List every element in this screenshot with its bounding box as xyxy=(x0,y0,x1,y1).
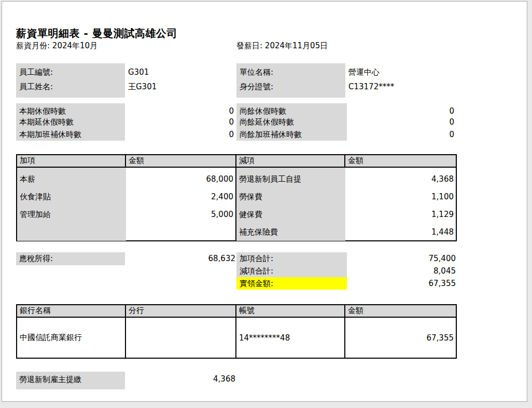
addition-label: 管理加給 xyxy=(17,206,126,223)
addition-label: 本薪 xyxy=(17,170,126,188)
bank-name-cell: 中國信託商業銀行 xyxy=(17,318,126,358)
bank-table-row: 中國信託商業銀行 14********48 67,355 xyxy=(17,318,456,358)
pay-table: 加項 金額 減項 金額 本薪 伙食津貼 管理加給 68,000 2,400 5,… xyxy=(16,154,457,241)
addition-amount: 68,000 xyxy=(126,170,235,188)
bank-table: 銀行名稱 分行 帳號 金額 中國信託商業銀行 14********48 67,3… xyxy=(16,304,457,359)
pay-table-header: 加項 金額 減項 金額 xyxy=(17,155,456,168)
employee-labels-left: 員工編號: 員工姓名: xyxy=(16,63,125,98)
salary-month-value: 2024年10月 xyxy=(52,41,97,50)
leave-value: 0 xyxy=(347,116,455,128)
leave-label: 尚餘加班補休時數 xyxy=(236,128,347,141)
pay-date-value: 2024年11月05日 xyxy=(265,41,328,50)
deductions-total-value: 8,045 xyxy=(347,265,457,277)
id-label: 身分證號: xyxy=(240,79,345,94)
deduction-amount: 1,100 xyxy=(345,188,456,206)
leave-value: 0 xyxy=(347,128,455,141)
bank-header-amount: 金額 xyxy=(345,305,456,317)
addition-amount: 2,400 xyxy=(126,188,235,206)
totals-block: 加項合計:75,400 減項合計:8,045 實領金額:67,355 xyxy=(236,252,457,290)
bank-header-branch: 分行 xyxy=(126,305,236,317)
leave-group-right: 尚餘休假時數0 尚餘延休假時數0 尚餘加班補休時數0 xyxy=(236,103,455,141)
deduction-label: 補充保險費 xyxy=(236,223,345,241)
deductions-labels-column: 勞退新制員工自提 勞保費 健保費 補充保險費 xyxy=(236,168,345,241)
unit-value: 營運中心 xyxy=(348,65,394,79)
additions-labels-column: 本薪 伙食津貼 管理加給 xyxy=(17,168,126,241)
employee-labels-right: 單位名稱: 身分證號: xyxy=(236,63,345,98)
addition-amount: 5,000 xyxy=(126,206,235,223)
emp-no-label: 員工編號: xyxy=(19,65,125,79)
leave-label: 尚餘休假時數 xyxy=(236,103,347,117)
bank-account-cell: 14********48 xyxy=(236,318,345,358)
employer-pension-label: 勞退新制雇主提繳 xyxy=(16,372,125,389)
taxable-income-value: 68,632 xyxy=(125,252,236,265)
employer-pension-value: 4,368 xyxy=(125,372,236,384)
addition-amount xyxy=(126,223,235,241)
leave-group-left: 本期休假時數0 本期延休假時數0 本期加班補休時數0 xyxy=(16,103,235,141)
deduction-amount: 1,129 xyxy=(345,206,456,223)
employee-values-left: G301 王G301 xyxy=(128,63,157,94)
page-title: 薪資單明細表 - 曼曼測試高雄公司 xyxy=(16,26,177,40)
pay-table-body: 本薪 伙食津貼 管理加給 68,000 2,400 5,000 勞退新制員工自提… xyxy=(17,168,456,240)
leave-value: 0 xyxy=(125,103,235,116)
leave-value: 0 xyxy=(125,128,235,141)
additions-total-label: 加項合計: xyxy=(236,252,347,265)
bank-branch-cell xyxy=(126,318,236,358)
deductions-total-label: 減項合計: xyxy=(236,265,347,277)
addition-label: 伙食津貼 xyxy=(17,188,126,206)
deduction-amount: 4,368 xyxy=(345,170,456,188)
net-pay-value: 67,355 xyxy=(347,277,457,290)
taxable-income-label: 應稅所得: xyxy=(16,252,125,265)
leave-label: 本期加班補休時數 xyxy=(16,128,125,141)
deduction-amount: 1,448 xyxy=(345,223,456,241)
leave-value: 0 xyxy=(125,116,235,128)
unit-label: 單位名稱: xyxy=(240,65,345,79)
salary-month: 薪資月份: 2024年10月 xyxy=(16,41,97,51)
pay-date-label: 發薪日: xyxy=(236,41,262,50)
pay-date: 發薪日: 2024年11月05日 xyxy=(236,41,328,51)
emp-name-value: 王G301 xyxy=(128,79,157,94)
deduction-label: 勞退新制員工自提 xyxy=(236,170,345,188)
payslip-page: 薪資單明細表 - 曼曼測試高雄公司 薪資月份: 2024年10月 發薪日: 20… xyxy=(2,1,527,402)
net-pay-label: 實領金額: xyxy=(236,277,347,290)
additions-amounts-column: 68,000 2,400 5,000 xyxy=(126,168,236,241)
pay-table-header-amount: 金額 xyxy=(345,155,456,167)
deductions-amounts-column: 4,368 1,100 1,129 1,448 xyxy=(345,168,456,241)
leave-label: 尚餘延休假時數 xyxy=(236,116,347,128)
leave-value: 0 xyxy=(347,103,455,116)
pay-table-header-additions: 加項 xyxy=(17,155,126,167)
deduction-label: 勞保費 xyxy=(236,188,345,206)
deduction-label: 健保費 xyxy=(236,206,345,223)
salary-month-label: 薪資月份: xyxy=(16,41,50,50)
bank-amount-cell: 67,355 xyxy=(345,318,456,358)
bank-header-name: 銀行名稱 xyxy=(17,305,126,317)
employee-values-right: 營運中心 C13172**** xyxy=(348,63,394,94)
leave-label: 本期休假時數 xyxy=(16,103,125,117)
addition-label xyxy=(17,223,126,241)
id-value: C13172**** xyxy=(348,79,394,94)
leave-label: 本期延休假時數 xyxy=(16,116,125,128)
emp-no-value: G301 xyxy=(128,65,157,79)
bank-table-header: 銀行名稱 分行 帳號 金額 xyxy=(17,305,456,318)
pay-table-header-amount: 金額 xyxy=(126,155,236,167)
pay-table-header-deductions: 減項 xyxy=(236,155,345,167)
additions-total-value: 75,400 xyxy=(347,252,457,265)
emp-name-label: 員工姓名: xyxy=(19,79,125,94)
bank-header-account: 帳號 xyxy=(236,305,345,317)
